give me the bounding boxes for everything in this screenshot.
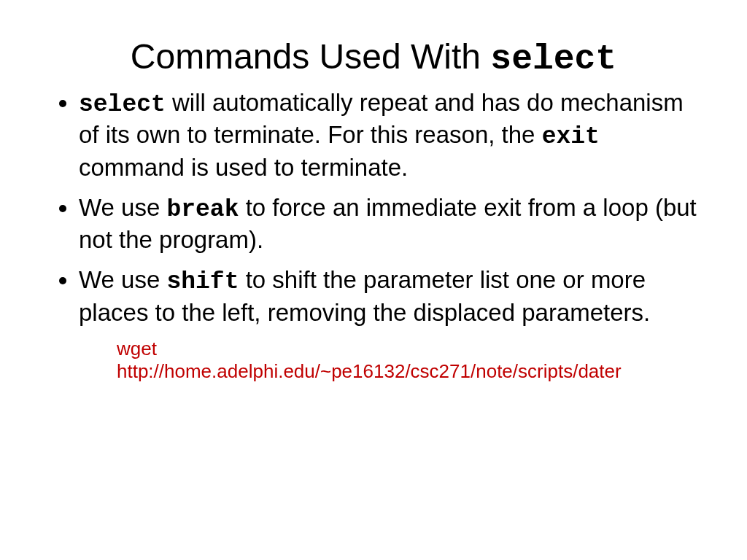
list-item: We use break to force an immediate exit … — [79, 192, 703, 255]
body-text: command is used to terminate. — [79, 154, 408, 181]
code-text: exit — [542, 123, 600, 150]
code-text: break — [166, 196, 239, 223]
bullet-list: select will automatically repeat and has… — [44, 88, 703, 327]
title-code: select — [490, 39, 616, 79]
body-text: We use — [79, 194, 166, 221]
title-prefix: Commands Used With — [131, 37, 490, 76]
footer-note: wget http://home.adelphi.edu/~pe16132/cs… — [117, 338, 659, 383]
slide-content: Commands Used With select select will au… — [0, 0, 747, 397]
list-item: We use shift to shift the parameter list… — [79, 265, 703, 327]
code-text: shift — [166, 268, 239, 295]
slide-title: Commands Used With select — [44, 36, 703, 79]
list-item: select will automatically repeat and has… — [79, 88, 703, 182]
code-text: select — [79, 91, 166, 118]
note-line2: http://home.adelphi.edu/~pe16132/csc271/… — [117, 360, 622, 382]
note-line1: wget — [117, 338, 157, 359]
body-text: We use — [79, 266, 166, 293]
